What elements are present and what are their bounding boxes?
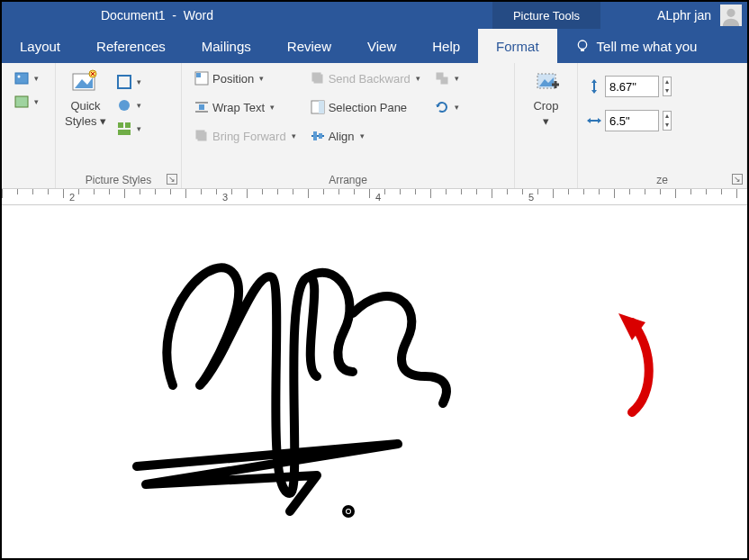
- lightbulb-icon: [575, 39, 590, 53]
- dropdown-icon: ▾: [416, 74, 420, 83]
- svg-rect-20: [196, 131, 204, 139]
- svg-point-4: [18, 76, 21, 78]
- svg-rect-15: [196, 73, 201, 77]
- dropdown-icon: ▾: [543, 114, 549, 128]
- dropdown-icon: ▾: [292, 131, 296, 140]
- align-button[interactable]: Align ▾: [307, 126, 424, 146]
- ruler-number: 2: [69, 192, 75, 203]
- user-name: ALphr jan: [657, 8, 711, 23]
- send-backward-button[interactable]: Send Backward ▾: [307, 68, 424, 88]
- svg-rect-27: [319, 133, 322, 139]
- height-field: ▴▾: [587, 76, 737, 97]
- down-arrow-icon[interactable]: ▾: [663, 121, 671, 130]
- wrap-text-icon: [194, 100, 209, 114]
- crop-button[interactable]: Crop ▾: [524, 68, 568, 128]
- contextual-tab-picture-tools: Picture Tools: [492, 2, 600, 29]
- up-arrow-icon[interactable]: ▴: [663, 112, 671, 121]
- svg-rect-11: [118, 122, 123, 128]
- dropdown-icon: ▾: [137, 77, 141, 86]
- user-avatar[interactable]: [720, 5, 742, 26]
- tell-me-search[interactable]: Tell me what you: [575, 29, 698, 63]
- position-button[interactable]: Position ▾: [191, 68, 300, 88]
- width-field: ▴▾: [587, 110, 737, 131]
- up-arrow-icon[interactable]: ▴: [663, 77, 671, 86]
- group-label-size: ze: [587, 172, 737, 186]
- tab-layout[interactable]: Layout: [2, 29, 78, 63]
- picture-icon: [14, 71, 29, 86]
- picture-border-button[interactable]: ▾: [113, 72, 145, 92]
- document-canvas[interactable]: [2, 205, 747, 558]
- dropdown-icon: ▾: [34, 74, 39, 83]
- styles-label: Styles: [65, 114, 96, 128]
- bring-forward-icon: [194, 129, 209, 143]
- position-icon: [194, 71, 209, 86]
- svg-rect-9: [118, 76, 131, 88]
- group-crop: Crop ▾: [515, 63, 578, 188]
- group-label-arrange: Arrange: [191, 172, 505, 186]
- svg-rect-26: [313, 131, 317, 140]
- bring-forward-label: Bring Forward: [212, 130, 286, 143]
- crop-icon: [532, 68, 561, 97]
- bring-forward-button[interactable]: Bring Forward ▾: [191, 126, 300, 146]
- height-input[interactable]: [605, 76, 659, 97]
- rotate-icon: [435, 100, 449, 114]
- height-spinner[interactable]: ▴▾: [663, 77, 672, 96]
- svg-marker-34: [591, 79, 597, 83]
- dropdown-icon: ▾: [360, 131, 365, 140]
- svg-point-0: [726, 9, 735, 17]
- rotate-button[interactable]: ▾: [431, 97, 463, 117]
- titlebar: Document1 - Word Picture Tools ALphr jan: [2, 2, 747, 29]
- tab-view[interactable]: View: [349, 29, 414, 63]
- window-title: Document1 - Word: [101, 8, 213, 23]
- crop-label: Crop: [533, 99, 558, 113]
- picture-layout-button[interactable]: ▾: [113, 119, 145, 139]
- send-backward-label: Send Backward: [329, 72, 411, 86]
- signature-image[interactable]: [83, 223, 488, 529]
- adjust-btn-1[interactable]: ▾: [11, 68, 46, 88]
- svg-point-39: [347, 510, 350, 513]
- dropdown-icon: ▾: [455, 74, 459, 83]
- group-objects-button[interactable]: ▾: [431, 68, 463, 88]
- tab-mailings[interactable]: Mailings: [184, 29, 269, 63]
- app-name: Word: [184, 8, 213, 23]
- dialog-launcher-size[interactable]: ↘: [732, 174, 743, 185]
- ruler-number: 5: [528, 192, 534, 203]
- wrap-text-button[interactable]: Wrap Text ▾: [191, 97, 300, 117]
- width-icon: [587, 113, 601, 128]
- svg-rect-12: [125, 122, 131, 128]
- position-label: Position: [212, 72, 254, 86]
- tab-format[interactable]: Format: [478, 29, 557, 63]
- group-picture-styles: Quick Styles ▾ ▾ ▾ ▾ Picture Styles ↘: [56, 63, 182, 188]
- ribbon-tabs: Layout References Mailings Review View H…: [2, 29, 747, 63]
- dropdown-icon: ▾: [34, 97, 39, 106]
- tell-me-label: Tell me what you: [597, 39, 698, 54]
- width-spinner[interactable]: ▴▾: [663, 111, 672, 131]
- send-backward-icon: [311, 71, 325, 86]
- picture-icon: [14, 95, 29, 109]
- picture-effects-button[interactable]: ▾: [113, 95, 145, 115]
- dialog-launcher-picture-styles[interactable]: ↘: [167, 174, 177, 185]
- selection-pane-button[interactable]: Selection Pane: [307, 97, 424, 117]
- ruler[interactable]: 2 3 4 5: [2, 189, 747, 205]
- quick-styles-button[interactable]: Quick Styles ▾: [65, 68, 106, 128]
- person-icon: [721, 6, 741, 26]
- quick-styles-icon: [71, 68, 100, 97]
- svg-rect-3: [15, 73, 28, 84]
- align-icon: [311, 129, 325, 143]
- annotation-arrow-icon: [614, 313, 668, 421]
- border-icon: [117, 75, 131, 89]
- tab-references[interactable]: References: [78, 29, 184, 63]
- svg-rect-24: [319, 101, 324, 113]
- tab-review[interactable]: Review: [269, 29, 349, 63]
- group-icon: [435, 71, 449, 86]
- tab-help[interactable]: Help: [414, 29, 478, 63]
- adjust-btn-2[interactable]: ▾: [11, 92, 46, 112]
- selection-pane-icon: [311, 100, 325, 114]
- width-input[interactable]: [605, 110, 659, 131]
- group-adjust: ▾ ▾: [2, 63, 56, 188]
- down-arrow-icon[interactable]: ▾: [663, 86, 671, 95]
- svg-point-1: [578, 41, 586, 49]
- svg-marker-35: [591, 90, 597, 94]
- svg-rect-2: [581, 49, 584, 51]
- ruler-number: 4: [375, 192, 381, 203]
